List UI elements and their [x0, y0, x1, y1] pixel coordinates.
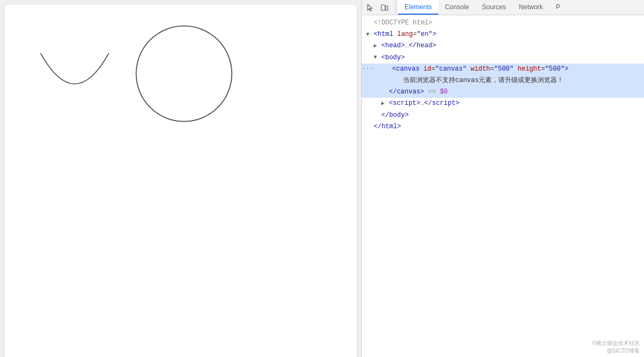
dom-line-body-close[interactable]: </body> — [362, 110, 644, 121]
devtools-toolbar: Elements Console Sources Network P — [362, 0, 644, 15]
watermark: ©稀土掘金技术社区 @SICTO博客 — [592, 340, 640, 355]
tab-more[interactable]: P — [549, 0, 567, 15]
devtools-tabs: Elements Console Sources Network P — [398, 0, 567, 15]
svg-rect-2 — [386, 6, 388, 10]
watermark-line2: @SICTO博客 — [592, 347, 640, 355]
dom-line-canvas-close[interactable]: </canvas> == $0 — [362, 86, 644, 98]
inspect-icon[interactable] — [364, 1, 377, 14]
browser-viewport — [4, 4, 357, 357]
svg-point-0 — [136, 26, 232, 122]
tab-console[interactable]: Console — [438, 0, 475, 15]
dom-line-body-open[interactable]: <body> — [362, 52, 644, 64]
devtools-panel: Elements Console Sources Network P <!DOC… — [361, 0, 644, 357]
svg-rect-1 — [381, 5, 385, 10]
triangle-html[interactable] — [366, 30, 374, 39]
canvas-drawing — [10, 10, 351, 356]
dom-line-doctype[interactable]: <!DOCTYPE html> — [362, 17, 644, 29]
tab-elements[interactable]: Elements — [398, 0, 438, 15]
dom-line-html-open[interactable]: <html lang="en"> — [362, 29, 644, 40]
toolbar-icons — [364, 1, 396, 14]
watermark-line1: ©稀土掘金技术社区 — [592, 340, 640, 347]
tab-sources[interactable]: Sources — [475, 0, 512, 15]
devtools-content[interactable]: <!DOCTYPE html> <html lang="en"> <head>…… — [362, 15, 644, 357]
canvas-area — [4, 4, 357, 357]
dom-line-canvas-fallback[interactable]: 当前浏览器不支持canvas元素，请升级或更换浏览器！ — [362, 75, 644, 86]
tab-network[interactable]: Network — [512, 0, 549, 15]
device-toolbar-icon[interactable] — [378, 1, 391, 14]
triangle-body[interactable] — [374, 53, 381, 62]
triangle-script[interactable] — [381, 99, 389, 108]
triangle-head[interactable] — [374, 42, 381, 51]
dom-line-html-close[interactable]: </html> — [362, 121, 644, 133]
dom-line-script[interactable]: <script>…</script> — [362, 98, 644, 109]
dots-button[interactable]: ··· — [362, 64, 373, 74]
dom-line-head[interactable]: <head>…</head> — [362, 40, 644, 52]
dom-line-canvas[interactable]: ··· <canvas id="canvas" width="500" heig… — [362, 64, 644, 75]
